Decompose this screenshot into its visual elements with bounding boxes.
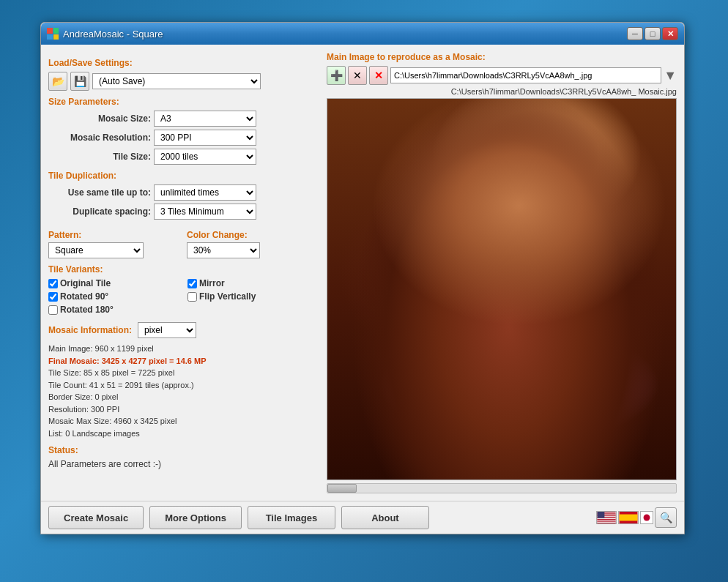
unit-select[interactable]: pixel xyxy=(138,322,196,338)
original-tile-row: Original Tile xyxy=(48,278,180,288)
app-icon xyxy=(47,28,59,40)
status-section: Status: All Parameters are correct :-) xyxy=(48,445,319,469)
tile-size-row: Tile Size: 2000 tiles xyxy=(48,149,319,165)
mirror-label: Mirror xyxy=(199,278,225,288)
create-mosaic-button[interactable]: Create Mosaic xyxy=(48,506,144,529)
tile-size-label: Tile Size: xyxy=(48,152,151,162)
mosaic-size-label: Mosaic Size: xyxy=(48,113,151,124)
flip-vertically-label: Flip Vertically xyxy=(199,291,256,302)
tile-size-select[interactable]: 2000 tiles xyxy=(154,149,256,165)
about-button[interactable]: About xyxy=(341,506,429,529)
mirror-checkbox[interactable] xyxy=(187,279,197,288)
rotated-90-row: Rotated 90° xyxy=(48,291,180,302)
pattern-header: Pattern: xyxy=(48,230,181,240)
svg-rect-8 xyxy=(598,518,616,519)
svg-rect-14 xyxy=(598,512,605,518)
svg-rect-12 xyxy=(598,522,616,523)
maximize-button[interactable]: □ xyxy=(645,27,661,40)
svg-point-18 xyxy=(644,515,650,521)
main-image-header-row: Main Image to reproduce as a Mosaic: xyxy=(327,52,677,62)
color-change-header: Color Change: xyxy=(187,230,319,240)
main-image-path: C:\Users\h7limmar\Downloads\C3RRLy5VcAA8… xyxy=(390,67,661,83)
rotated-90-label: Rotated 90° xyxy=(60,291,108,302)
color-change-col: Color Change: 30% xyxy=(187,224,319,258)
scrollbar-thumb[interactable] xyxy=(327,484,357,493)
load-save-row: 📂 💾 (Auto Save) xyxy=(48,72,319,91)
left-panel: Load/Save Settings: 📂 💾 (Auto Save) Size… xyxy=(48,52,319,493)
pattern-color-row: Pattern: Square Color Change: 30% xyxy=(48,224,319,258)
dup-spacing-label: Duplicate spacing: xyxy=(48,206,151,217)
horizontal-scrollbar[interactable] xyxy=(327,483,677,493)
search-button[interactable]: 🔍 xyxy=(655,507,677,528)
pattern-col: Pattern: Square xyxy=(48,224,181,258)
tile-variants-grid: Original Tile Mirror Rotated 90° Flip Ve… xyxy=(48,278,319,316)
autosave-select[interactable]: (Auto Save) xyxy=(92,73,261,89)
info-line-0: Main Image: 960 x 1199 pixel xyxy=(48,343,319,355)
info-line-2: Tile Size: 85 x 85 pixel = 7225 pixel xyxy=(48,367,319,379)
svg-rect-10 xyxy=(598,520,616,521)
load-save-header: Load/Save Settings: xyxy=(48,58,319,68)
dup-spacing-row: Duplicate spacing: 3 Tiles Minimum xyxy=(48,204,319,220)
svg-rect-11 xyxy=(598,521,616,521)
info-line-3: Tile Count: 41 x 51 = 2091 tiles (approx… xyxy=(48,379,319,392)
us-flag[interactable] xyxy=(596,511,617,524)
minimize-button[interactable]: ─ xyxy=(627,27,643,40)
info-line-5: Resolution: 300 PPI xyxy=(48,403,319,416)
resolution-row: Mosaic Resolution: 300 PPI xyxy=(48,130,319,146)
tile-variants-header: Tile Variants: xyxy=(48,264,319,275)
more-options-button[interactable]: More Options xyxy=(149,506,242,529)
original-tile-label: Original Tile xyxy=(60,278,111,288)
window-title: AndreaMosaic - Square xyxy=(63,29,627,40)
info-line-4: Border Size: 0 pixel xyxy=(48,391,319,403)
rotated-180-checkbox[interactable] xyxy=(48,305,58,315)
pattern-select[interactable]: Square xyxy=(48,242,144,258)
mosaic-info-section: Main Image: 960 x 1199 pixel Final Mosai… xyxy=(48,343,319,439)
load-settings-button[interactable]: 📂 xyxy=(48,72,67,91)
tile-dup-header: Tile Duplication: xyxy=(48,171,319,181)
rotated-180-row: Rotated 180° xyxy=(48,305,180,315)
size-params-header: Size Parameters: xyxy=(48,97,319,107)
main-content: Load/Save Settings: 📂 💾 (Auto Save) Size… xyxy=(41,45,684,501)
es-flag[interactable] xyxy=(618,511,639,524)
color-change-select[interactable]: 30% xyxy=(187,242,260,258)
add-image-button[interactable]: ➕ xyxy=(327,66,346,85)
titlebar: AndreaMosaic - Square ─ □ ✕ xyxy=(41,23,684,45)
svg-rect-16 xyxy=(620,515,638,521)
status-header: Status: xyxy=(48,445,319,455)
resolution-select[interactable]: 300 PPI xyxy=(154,130,256,146)
status-text: All Parameters are correct :-) xyxy=(48,459,319,469)
original-tile-checkbox[interactable] xyxy=(48,279,58,288)
path-dropdown-icon[interactable]: ▼ xyxy=(664,68,677,83)
flip-vertically-checkbox[interactable] xyxy=(187,292,197,302)
info-line-1: Final Mosaic: 3425 x 4277 pixel = 14.6 M… xyxy=(48,355,319,368)
remove-image-button[interactable]: ✕ xyxy=(348,66,367,85)
tile-images-button[interactable]: Tile Images xyxy=(248,506,335,529)
jp-flag[interactable] xyxy=(640,511,653,524)
output-path-label: C:\Users\h7limmar\Downloads\C3RRLy5VcAA8… xyxy=(327,87,677,96)
main-image-header: Main Image to reproduce as a Mosaic: xyxy=(327,52,486,62)
svg-rect-13 xyxy=(598,523,616,523)
clear-image-button[interactable]: ✕ xyxy=(369,66,388,85)
mosaic-info-header-row: Mosaic Information: pixel xyxy=(48,322,319,338)
svg-rect-9 xyxy=(598,519,616,520)
mosaic-image xyxy=(327,99,676,480)
close-button[interactable]: ✕ xyxy=(662,27,678,40)
rotated-90-checkbox[interactable] xyxy=(48,292,58,302)
rotated-180-label: Rotated 180° xyxy=(60,305,114,315)
use-same-select[interactable]: unlimited times xyxy=(154,184,256,201)
mosaic-info-header: Mosaic Information: xyxy=(48,325,132,335)
use-same-label: Use same tile up to: xyxy=(48,187,151,198)
dup-spacing-select[interactable]: 3 Tiles Minimum xyxy=(154,204,256,220)
bottom-bar: Create Mosaic More Options Tile Images A… xyxy=(41,501,684,534)
save-settings-button[interactable]: 💾 xyxy=(70,72,89,91)
mosaic-size-row: Mosaic Size: A3 xyxy=(48,111,319,127)
mosaic-size-select[interactable]: A3 xyxy=(154,111,256,127)
window-controls: ─ □ ✕ xyxy=(627,27,678,40)
use-same-row: Use same tile up to: unlimited times xyxy=(48,184,319,201)
flag-area: 🔍 xyxy=(596,507,677,528)
mirror-row: Mirror xyxy=(187,278,319,288)
info-line-6: Mosaic Max Size: 4960 x 3425 pixel xyxy=(48,415,319,428)
flip-vertically-row: Flip Vertically xyxy=(187,291,319,302)
resolution-label: Mosaic Resolution: xyxy=(48,133,151,143)
mosaic-portrait xyxy=(327,99,676,480)
